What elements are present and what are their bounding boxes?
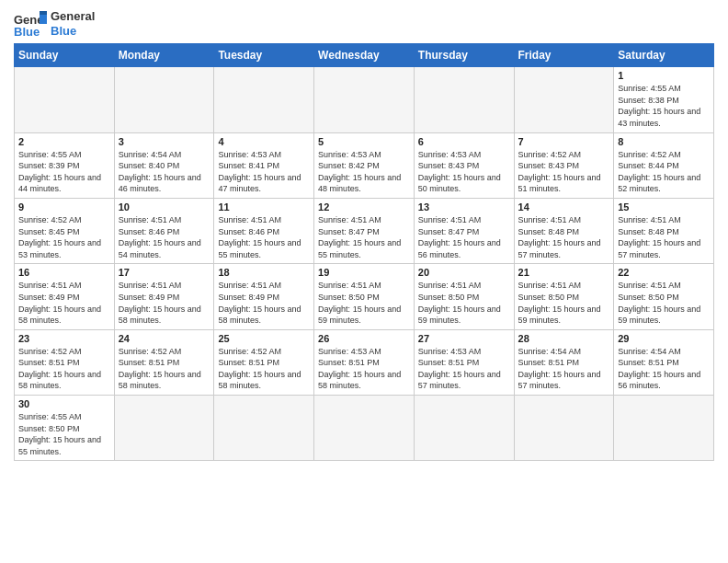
calendar-cell: 16Sunrise: 4:51 AMSunset: 8:49 PMDayligh…	[15, 264, 115, 329]
day-info: Sunrise: 4:51 AMSunset: 8:50 PMDaylight:…	[518, 280, 610, 326]
calendar-cell	[314, 396, 415, 461]
day-info: Sunrise: 4:52 AMSunset: 8:43 PMDaylight:…	[518, 149, 610, 195]
calendar-cell: 9Sunrise: 4:52 AMSunset: 8:45 PMDaylight…	[15, 198, 115, 263]
logo-icon: General Blue	[14, 11, 47, 37]
weekday-header-saturday: Saturday	[614, 44, 714, 67]
calendar-cell: 12Sunrise: 4:51 AMSunset: 8:47 PMDayligh…	[314, 198, 415, 263]
day-info: Sunrise: 4:52 AMSunset: 8:44 PMDaylight:…	[618, 149, 710, 195]
day-number: 30	[18, 398, 110, 409]
day-info: Sunrise: 4:55 AMSunset: 8:50 PMDaylight:…	[18, 411, 110, 457]
day-number: 4	[218, 136, 310, 147]
day-number: 24	[119, 333, 210, 344]
weekday-header-wednesday: Wednesday	[314, 44, 415, 67]
day-number: 5	[318, 136, 410, 147]
calendar-cell: 26Sunrise: 4:53 AMSunset: 8:51 PMDayligh…	[314, 329, 415, 395]
day-info: Sunrise: 4:55 AMSunset: 8:38 PMDaylight:…	[618, 83, 710, 129]
calendar-cell: 21Sunrise: 4:51 AMSunset: 8:50 PMDayligh…	[514, 264, 614, 329]
calendar-cell	[214, 396, 314, 461]
day-info: Sunrise: 4:51 AMSunset: 8:46 PMDaylight:…	[218, 214, 310, 260]
day-number: 21	[518, 267, 610, 278]
calendar-week-3: 16Sunrise: 4:51 AMSunset: 8:49 PMDayligh…	[15, 264, 714, 329]
svg-text:Blue: Blue	[14, 25, 40, 37]
calendar-cell	[114, 396, 214, 461]
calendar-cell: 20Sunrise: 4:51 AMSunset: 8:50 PMDayligh…	[414, 264, 514, 329]
calendar-cell: 7Sunrise: 4:52 AMSunset: 8:43 PMDaylight…	[514, 132, 614, 198]
day-info: Sunrise: 4:53 AMSunset: 8:51 PMDaylight:…	[318, 346, 410, 392]
day-info: Sunrise: 4:51 AMSunset: 8:47 PMDaylight:…	[318, 214, 410, 260]
calendar-cell: 3Sunrise: 4:54 AMSunset: 8:40 PMDaylight…	[114, 132, 214, 198]
day-info: Sunrise: 4:52 AMSunset: 8:45 PMDaylight:…	[18, 214, 110, 260]
day-number: 22	[618, 267, 710, 278]
calendar-cell: 10Sunrise: 4:51 AMSunset: 8:46 PMDayligh…	[114, 198, 214, 263]
weekday-header-friday: Friday	[514, 44, 614, 67]
calendar-week-5: 30Sunrise: 4:55 AMSunset: 8:50 PMDayligh…	[15, 396, 714, 461]
day-number: 12	[318, 201, 410, 213]
calendar-cell: 24Sunrise: 4:52 AMSunset: 8:51 PMDayligh…	[114, 329, 214, 395]
day-info: Sunrise: 4:54 AMSunset: 8:40 PMDaylight:…	[119, 149, 210, 195]
calendar-cell: 18Sunrise: 4:51 AMSunset: 8:49 PMDayligh…	[214, 264, 314, 329]
day-info: Sunrise: 4:51 AMSunset: 8:48 PMDaylight:…	[618, 214, 710, 260]
calendar-cell: 8Sunrise: 4:52 AMSunset: 8:44 PMDaylight…	[614, 132, 714, 198]
logo: General Blue General Blue	[14, 9, 95, 38]
calendar: SundayMondayTuesdayWednesdayThursdayFrid…	[14, 43, 714, 461]
day-info: Sunrise: 4:54 AMSunset: 8:51 PMDaylight:…	[518, 346, 610, 392]
calendar-cell: 22Sunrise: 4:51 AMSunset: 8:50 PMDayligh…	[614, 264, 714, 329]
day-info: Sunrise: 4:51 AMSunset: 8:49 PMDaylight:…	[18, 280, 110, 326]
day-info: Sunrise: 4:51 AMSunset: 8:49 PMDaylight:…	[218, 280, 310, 326]
day-number: 13	[418, 201, 510, 213]
day-info: Sunrise: 4:51 AMSunset: 8:50 PMDaylight:…	[418, 280, 510, 326]
calendar-cell: 29Sunrise: 4:54 AMSunset: 8:51 PMDayligh…	[614, 329, 714, 395]
day-info: Sunrise: 4:52 AMSunset: 8:51 PMDaylight:…	[18, 346, 110, 392]
calendar-cell	[114, 67, 214, 132]
calendar-cell: 13Sunrise: 4:51 AMSunset: 8:47 PMDayligh…	[414, 198, 514, 263]
calendar-week-4: 23Sunrise: 4:52 AMSunset: 8:51 PMDayligh…	[15, 329, 714, 395]
day-info: Sunrise: 4:53 AMSunset: 8:42 PMDaylight:…	[318, 149, 410, 195]
day-info: Sunrise: 4:51 AMSunset: 8:47 PMDaylight:…	[418, 214, 510, 260]
day-info: Sunrise: 4:53 AMSunset: 8:43 PMDaylight:…	[418, 149, 510, 195]
day-number: 25	[218, 333, 310, 344]
day-info: Sunrise: 4:52 AMSunset: 8:51 PMDaylight:…	[119, 346, 210, 392]
calendar-cell: 5Sunrise: 4:53 AMSunset: 8:42 PMDaylight…	[314, 132, 415, 198]
day-number: 2	[18, 136, 110, 147]
calendar-cell	[314, 67, 415, 132]
calendar-body: 1Sunrise: 4:55 AMSunset: 8:38 PMDaylight…	[15, 67, 714, 461]
calendar-cell: 15Sunrise: 4:51 AMSunset: 8:48 PMDayligh…	[614, 198, 714, 263]
day-number: 23	[18, 333, 110, 344]
calendar-week-1: 2Sunrise: 4:55 AMSunset: 8:39 PMDaylight…	[15, 132, 714, 198]
day-number: 16	[18, 267, 110, 278]
day-info: Sunrise: 4:53 AMSunset: 8:41 PMDaylight:…	[218, 149, 310, 195]
day-number: 17	[119, 267, 210, 278]
weekday-header-monday: Monday	[114, 44, 214, 67]
calendar-cell: 14Sunrise: 4:51 AMSunset: 8:48 PMDayligh…	[514, 198, 614, 263]
calendar-cell	[514, 396, 614, 461]
calendar-cell: 17Sunrise: 4:51 AMSunset: 8:49 PMDayligh…	[114, 264, 214, 329]
day-number: 27	[418, 333, 510, 344]
day-number: 29	[618, 333, 710, 344]
svg-marker-2	[40, 15, 47, 24]
calendar-header: SundayMondayTuesdayWednesdayThursdayFrid…	[15, 44, 714, 67]
day-number: 9	[18, 201, 110, 213]
calendar-cell: 30Sunrise: 4:55 AMSunset: 8:50 PMDayligh…	[15, 396, 115, 461]
calendar-cell	[214, 67, 314, 132]
day-info: Sunrise: 4:52 AMSunset: 8:51 PMDaylight:…	[218, 346, 310, 392]
calendar-week-2: 9Sunrise: 4:52 AMSunset: 8:45 PMDaylight…	[15, 198, 714, 263]
day-number: 20	[418, 267, 510, 278]
day-number: 6	[418, 136, 510, 147]
day-info: Sunrise: 4:51 AMSunset: 8:48 PMDaylight:…	[518, 214, 610, 260]
calendar-cell	[15, 67, 115, 132]
day-number: 19	[318, 267, 410, 278]
calendar-cell: 28Sunrise: 4:54 AMSunset: 8:51 PMDayligh…	[514, 329, 614, 395]
header: General Blue General Blue	[14, 9, 714, 38]
calendar-cell	[614, 396, 714, 461]
day-number: 28	[518, 333, 610, 344]
calendar-cell	[414, 67, 514, 132]
day-info: Sunrise: 4:55 AMSunset: 8:39 PMDaylight:…	[18, 149, 110, 195]
day-number: 14	[518, 201, 610, 213]
weekday-header-thursday: Thursday	[414, 44, 514, 67]
day-info: Sunrise: 4:51 AMSunset: 8:49 PMDaylight:…	[119, 280, 210, 326]
calendar-cell: 19Sunrise: 4:51 AMSunset: 8:50 PMDayligh…	[314, 264, 415, 329]
calendar-cell: 2Sunrise: 4:55 AMSunset: 8:39 PMDaylight…	[15, 132, 115, 198]
calendar-cell	[514, 67, 614, 132]
calendar-cell: 23Sunrise: 4:52 AMSunset: 8:51 PMDayligh…	[15, 329, 115, 395]
calendar-cell	[414, 396, 514, 461]
